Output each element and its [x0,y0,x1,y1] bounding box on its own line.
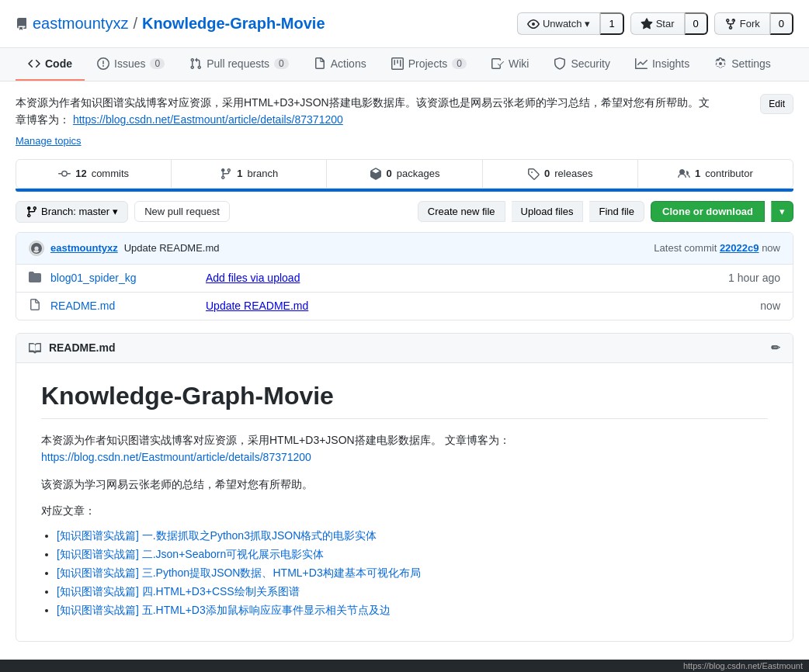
projects-icon [391,57,404,70]
owner-link[interactable]: eastmountyxz [33,15,128,33]
file-commit-link[interactable]: Update README.md [206,300,308,312]
star-label: Star [656,18,675,29]
new-pr-button[interactable]: New pull request [134,201,230,222]
title-separator: / [133,15,137,33]
tab-settings-label: Settings [731,57,771,70]
branch-caret: ▾ [113,206,118,217]
branch-stat-icon [220,168,232,180]
code-icon [28,57,40,70]
watch-group: Unwatch ▾ 1 [517,12,624,35]
commit-info-right: Latest commit 22022c9 now [654,242,780,254]
settings-icon [714,57,727,70]
commit-hash-label: Latest commit [654,242,717,254]
star-button[interactable]: Star [630,12,685,35]
article-link-2[interactable]: [知识图谱实战篇] 二.Json+Seaborn可视化展示电影实体 [57,548,324,560]
folder-commit-link[interactable]: Add files via upload [206,272,300,284]
fork-count[interactable]: 0 [770,12,793,35]
tab-issues[interactable]: Issues 0 [85,48,177,81]
folder-link[interactable]: blog01_spider_kg [50,272,137,284]
list-item: [知识图谱实战篇] 二.Json+Seaborn可视化展示电影实体 [57,548,768,562]
article-link-5[interactable]: [知识图谱实战篇] 五.HTML+D3添加鼠标响应应事件显示相关节点及边 [57,604,391,616]
stat-contributors[interactable]: 1 contributor [638,160,793,188]
branch-label: Branch: master [41,206,109,217]
list-item: [知识图谱实战篇] 三.Python提取JSON数据、HTML+D3构建基本可视… [57,566,768,580]
tab-pullrequests[interactable]: Pull requests 0 [177,48,301,81]
security-icon [554,57,566,70]
readme-para2: 该资源为学习网易云张老师的总结，希望对您有所帮助。 [41,476,768,493]
tab-actions-label: Actions [331,57,366,70]
fork-button[interactable]: Fork [714,12,770,35]
fork-icon [724,18,737,30]
tab-wiki[interactable]: Wiki [479,48,541,81]
article-link-1[interactable]: [知识图谱实战篇] 一.数据抓取之Python3抓取JSON格式的电影实体 [57,529,377,542]
tab-insights[interactable]: Insights [623,48,702,81]
upload-files-button[interactable]: Upload files [512,201,584,222]
readme-section: README.md ✏ Knowledge-Graph-Movie 本资源为作者… [16,333,793,642]
article-link-4[interactable]: [知识图谱实战篇] 四.HTML+D3+CSS绘制关系图谱 [57,585,300,598]
fork-label: Fork [740,18,760,29]
repo-actions: Unwatch ▾ 1 Star 0 Fork 0 [517,12,793,35]
tab-settings[interactable]: Settings [702,48,783,81]
contributors-label: contributor [705,168,752,179]
tab-wiki-label: Wiki [509,57,529,70]
branches-count: 1 [237,168,242,179]
find-file-button[interactable]: Find file [589,201,644,222]
star-count[interactable]: 0 [685,12,708,35]
tab-code[interactable]: Code [16,48,85,81]
list-item: [知识图谱实战篇] 一.数据抓取之Python3抓取JSON格式的电影实体 [57,529,768,543]
stat-packages[interactable]: 0 packages [327,160,482,188]
folder-icon [29,271,44,286]
stat-branches[interactable]: 1 branch [172,160,327,188]
tab-issues-badge: 0 [150,58,165,69]
repo-link[interactable]: Knowledge-Graph-Movie [142,15,325,33]
folder-time: 1 hour ago [703,272,780,284]
branch-icon [26,206,38,218]
file-name-cell: README.md [50,300,206,312]
manage-topics-link[interactable]: Manage topics [16,135,793,147]
tab-projects[interactable]: Projects 0 [379,48,479,81]
package-stat-icon [370,168,382,180]
repo-title: eastmountyxz / Knowledge-Graph-Movie [16,15,325,33]
file-icon [29,299,44,313]
edit-button[interactable]: Edit [760,94,793,114]
create-new-button[interactable]: Create new file [418,201,505,222]
tab-security[interactable]: Security [541,48,623,81]
commits-icon [58,168,71,180]
tab-pr-badge: 0 [274,58,289,69]
stat-commits[interactable]: 12 commits [16,160,172,188]
description-link[interactable]: https://blog.csdn.net/Eastmount/article/… [73,113,343,126]
pr-icon [189,57,202,70]
description-text: 本资源为作者知识图谱实战博客对应资源，采用HTML+D3+JSON搭建电影数据库… [16,94,714,129]
table-row: blog01_spider_kg Add files via upload 1 … [16,265,793,293]
packages-count: 0 [387,168,392,179]
article-link-3[interactable]: [知识图谱实战篇] 三.Python提取JSON数据、HTML+D3构建基本可视… [57,566,421,579]
readme-header: README.md ✏ [16,334,793,363]
clone-caret-button[interactable]: ▾ [771,201,793,222]
table-row: README.md Update README.md now [16,293,793,320]
fork-group: Fork 0 [714,12,793,35]
repo-header: eastmountyxz / Knowledge-Graph-Movie Unw… [0,0,809,48]
packages-label: packages [397,168,440,179]
tab-issues-label: Issues [114,57,145,70]
readme-link1[interactable]: https://blog.csdn.net/Eastmount/article/… [41,451,311,463]
branch-selector[interactable]: Branch: master ▾ [16,201,128,223]
list-item: [知识图谱实战篇] 五.HTML+D3添加鼠标响应应事件显示相关节点及边 [57,604,768,618]
releases-count: 0 [544,168,550,179]
tab-projects-badge: 0 [452,58,467,69]
contributors-count: 1 [695,168,700,179]
stats-bar: 12 commits 1 branch 0 packages 0 release… [16,159,793,189]
commit-author-link[interactable]: eastmountyxz [50,242,118,254]
readme-body: Knowledge-Graph-Movie 本资源为作者知识图谱实战博客对应资源… [16,363,793,641]
latest-commit-row: eastmountyxz Update README.md Latest com… [16,233,793,265]
readme-para1: 本资源为作者知识图谱实战博客对应资源，采用HTML+D3+JSON搭建电影数据库… [41,431,768,466]
commits-label: commits [92,168,129,179]
stat-releases[interactable]: 0 releases [483,160,638,188]
commit-hash-link[interactable]: 22022c9 [720,242,759,254]
file-link[interactable]: README.md [50,300,115,312]
repo-tabs: Code Issues 0 Pull requests 0 Actions Pr… [0,48,809,81]
clone-button[interactable]: Clone or download [651,201,765,222]
unwatch-button[interactable]: Unwatch ▾ [517,12,601,35]
unwatch-count[interactable]: 1 [600,12,623,35]
tab-actions[interactable]: Actions [301,48,379,81]
readme-edit-icon[interactable]: ✏ [771,341,780,354]
